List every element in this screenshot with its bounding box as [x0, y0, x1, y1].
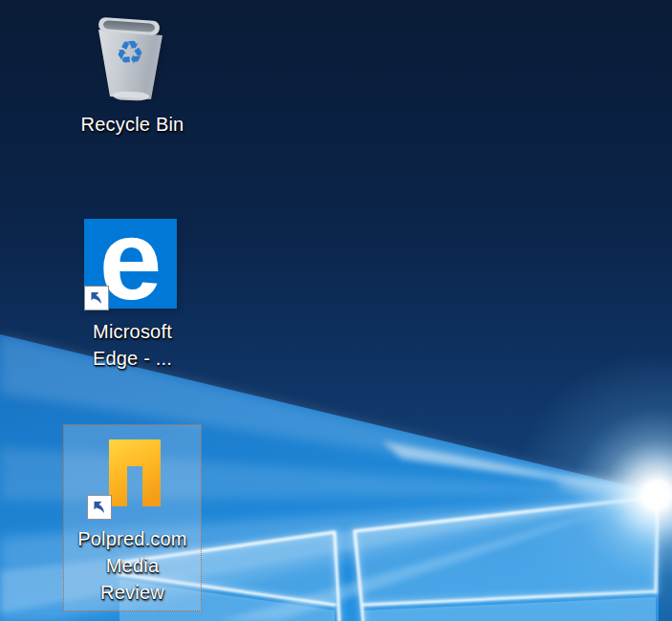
desktop-icon-microsoft-edge[interactable]: e Microsoft Edge - ... [63, 212, 202, 375]
desktop-icon-polpred-media-review-selected[interactable]: Polpred.com Media Review [63, 424, 202, 611]
recycle-bin-base [113, 91, 149, 100]
recycle-bin-opening [103, 20, 155, 32]
shortcut-arrow-icon [84, 286, 109, 310]
polpred-label-line2[interactable]: Media [64, 555, 201, 576]
edge-label-line1[interactable]: Microsoft [63, 321, 202, 342]
polpred-n-logo-icon[interactable] [109, 439, 161, 506]
desktop-icon-recycle-bin[interactable]: ♻ Recycle Bin [63, 13, 202, 138]
desktop[interactable]: ♻ Recycle Bin e Microsoft Edge - ... Pol… [0, 0, 672, 621]
shortcut-arrow-icon [87, 495, 112, 520]
polpred-label-line3[interactable]: Review [64, 582, 201, 603]
edge-logo-icon[interactable]: e [84, 219, 177, 309]
recycle-bin-icon[interactable]: ♻ [92, 19, 168, 103]
polpred-label-line1[interactable]: Polpred.com [64, 528, 201, 549]
recycle-bin-label[interactable]: Recycle Bin [63, 114, 202, 135]
recycle-symbol-icon: ♻ [91, 33, 169, 71]
edge-label-line2[interactable]: Edge - ... [63, 348, 202, 369]
